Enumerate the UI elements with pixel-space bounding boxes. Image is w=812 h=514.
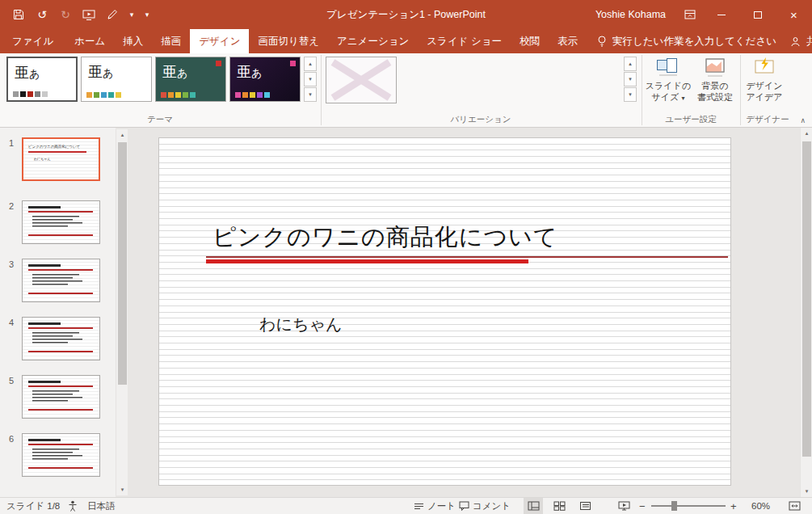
canvas-scrollbar[interactable]: ▴ ▾ — [800, 128, 812, 497]
collapse-ribbon-icon[interactable]: ∧ — [800, 116, 806, 124]
notes-button[interactable]: ノート — [414, 498, 456, 514]
format-background-label-2: 書式設定 — [697, 91, 733, 103]
canvas-scroll-up-icon[interactable]: ▴ — [801, 128, 812, 139]
customize-qat-icon[interactable]: ▾ — [143, 6, 151, 23]
title-underline-thick — [206, 259, 528, 263]
normal-view-button[interactable] — [524, 498, 543, 514]
person-icon — [790, 36, 801, 47]
format-background-icon — [704, 57, 726, 80]
slide-size-button[interactable]: スライドの サイズ ▾ — [645, 57, 692, 104]
comment-icon — [459, 501, 469, 511]
redo-icon[interactable]: ↻ — [57, 6, 74, 23]
slide-number: 1 — [9, 138, 14, 148]
ribbon-design: 亜あ 亜あ 亜あ 亜あ ▴ ▾ ▾ — [0, 53, 812, 128]
slide-thumbnail-3[interactable] — [22, 259, 100, 302]
theme-accent-dot — [290, 61, 296, 66]
theme-thumbnail[interactable]: 亜あ — [229, 57, 301, 102]
minimize-button[interactable] — [703, 0, 739, 29]
tab-transitions[interactable]: 画面切り替え — [249, 29, 328, 53]
window-title: プレゼンテーション1 - PowerPoint — [202, 8, 610, 22]
tab-design[interactable]: デザイン — [190, 29, 249, 53]
design-ideas-label-1: デザイン — [746, 80, 782, 91]
slide-thumbnail-1[interactable]: ピンクのワニの商品化について わにちゃん — [22, 137, 100, 181]
close-button[interactable]: × — [776, 0, 812, 29]
notes-label: ノート — [427, 500, 456, 512]
statusbar: スライド 1/8 日本語 ノート コメント − — [0, 497, 812, 514]
slide-thumbnail-5[interactable] — [22, 375, 100, 419]
slide-thumbnail-6[interactable] — [22, 433, 100, 477]
tab-file[interactable]: ファイル — [0, 29, 65, 53]
undo-icon[interactable]: ↺ — [34, 6, 50, 23]
canvas-scroll-down-icon[interactable]: ▾ — [801, 486, 812, 497]
tab-insert[interactable]: 挿入 — [114, 29, 152, 53]
format-background-button[interactable]: 背景の 書式設定 — [692, 57, 738, 103]
canvas-scrollbar-thumb[interactable] — [802, 141, 811, 457]
tab-animations[interactable]: アニメーション — [328, 29, 418, 53]
theme-thumbnail[interactable]: 亜あ — [81, 57, 152, 102]
share-button[interactable]: 共有 — [776, 29, 812, 53]
notes-icon — [414, 502, 424, 511]
start-slideshow-icon[interactable] — [81, 6, 97, 23]
theme-thumbnail[interactable]: 亜あ — [155, 57, 226, 102]
theme-sample-text: 亜あ — [237, 62, 262, 82]
tab-home[interactable]: ホーム — [65, 29, 114, 53]
zoom-slider-track[interactable] — [651, 505, 726, 507]
variant-thumbnail[interactable] — [326, 57, 397, 103]
variant-scroll-down-icon[interactable]: ▾ — [624, 72, 637, 86]
save-icon[interactable] — [11, 6, 27, 23]
format-background-label-1: 背景の — [701, 80, 728, 91]
title-underline-thin — [206, 256, 728, 258]
zoom-in-button[interactable]: + — [730, 498, 737, 514]
variant-gallery-more-icon[interactable]: ▾ — [624, 87, 637, 102]
slide-sorter-view-button[interactable] — [549, 498, 569, 514]
variant-scroll-up-icon[interactable]: ▴ — [624, 57, 637, 71]
theme-sample-text: 亜あ — [88, 62, 113, 82]
tab-draw[interactable]: 描画 — [152, 29, 190, 53]
zoom-level[interactable]: 60% — [751, 498, 770, 514]
maximize-button[interactable] — [739, 0, 776, 29]
slideshow-view-button[interactable] — [614, 498, 633, 514]
quick-access-toolbar: ↺ ↻ ▾ ▾ — [0, 0, 151, 29]
slide-thumbnail-4[interactable] — [22, 317, 100, 360]
mini-slide-subtitle: わにちゃん — [34, 157, 50, 161]
slide-number: 5 — [9, 376, 14, 386]
theme-sample-text: 亜あ — [162, 62, 187, 82]
tab-view[interactable]: 表示 — [549, 29, 587, 53]
user-name[interactable]: Yoshie Kohama — [595, 9, 666, 20]
accessibility-icon[interactable] — [68, 498, 78, 514]
slide-number: 6 — [9, 434, 14, 444]
slide-number: 2 — [9, 201, 14, 211]
powerpoint-window: ↺ ↻ ▾ ▾ プレゼンテーション1 - PowerPoint Yoshie K… — [0, 0, 812, 514]
slide-subtitle[interactable]: わにちゃん — [259, 314, 342, 335]
tab-review[interactable]: 校閲 — [511, 29, 549, 53]
theme-gallery-scroll: ▴ ▾ ▾ — [304, 57, 317, 103]
panel-scrollbar[interactable]: ▴ ▾ — [116, 129, 128, 495]
group-label-variants: バリエーション — [321, 114, 641, 125]
fit-to-window-button[interactable] — [789, 498, 801, 514]
theme-scroll-up-icon[interactable]: ▴ — [304, 57, 317, 71]
slide-number: 4 — [9, 318, 14, 327]
tell-me-box[interactable]: 実行したい作業を入力してください — [597, 29, 776, 53]
pen-icon[interactable] — [104, 6, 120, 23]
language-button[interactable]: 日本語 — [87, 498, 116, 514]
theme-scroll-down-icon[interactable]: ▾ — [304, 72, 317, 86]
panel-scrollbar-thumb[interactable] — [118, 142, 127, 385]
slide-canvas[interactable]: ピンクのワニの商品化について わにちゃん — [158, 137, 731, 486]
zoom-out-button[interactable]: − — [639, 498, 646, 514]
theme-thumbnail-current[interactable]: 亜あ — [6, 57, 78, 102]
pen-dropdown-icon[interactable]: ▾ — [128, 6, 136, 23]
theme-palette — [161, 92, 196, 98]
panel-scroll-down-icon[interactable]: ▾ — [116, 484, 128, 495]
share-label: 共有 — [806, 35, 812, 48]
theme-gallery-more-icon[interactable]: ▾ — [304, 87, 317, 102]
comments-button[interactable]: コメント — [459, 498, 511, 514]
variant-gallery-scroll: ▴ ▾ ▾ — [624, 57, 637, 103]
panel-scroll-up-icon[interactable]: ▴ — [116, 129, 128, 141]
reading-view-button[interactable] — [575, 498, 595, 514]
design-ideas-button[interactable]: デザイン アイデア — [743, 57, 785, 103]
slide-title[interactable]: ピンクのワニの商品化について — [212, 221, 557, 254]
slide-thumbnail-2[interactable] — [22, 200, 100, 244]
tab-slideshow[interactable]: スライド ショー — [418, 29, 511, 53]
ribbon-display-options-icon[interactable] — [677, 0, 703, 29]
zoom-slider-thumb[interactable] — [671, 501, 677, 511]
